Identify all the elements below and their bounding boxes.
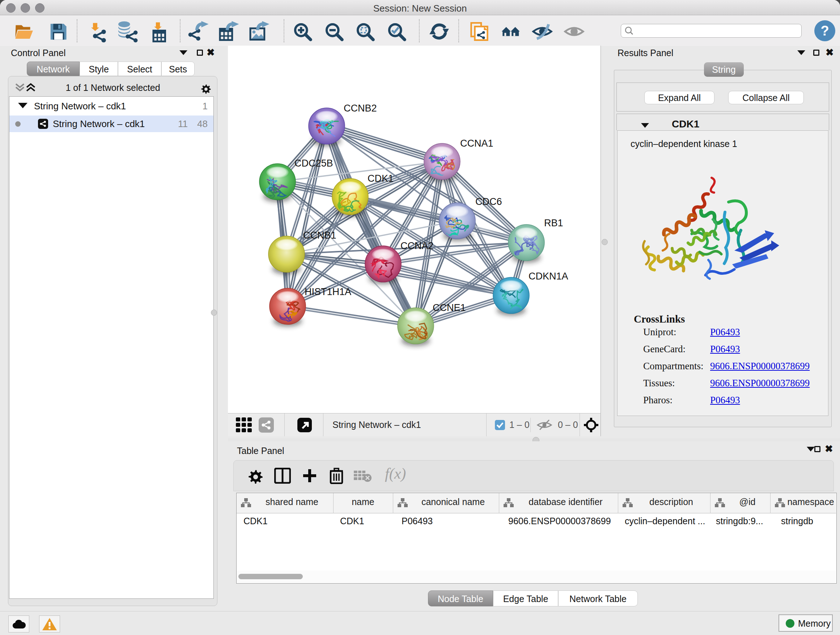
svg-text:CCNA2: CCNA2 [401,241,434,251]
svg-text:CDC25B: CDC25B [294,158,333,169]
svg-text:RB1: RB1 [544,218,563,228]
svg-text:CCNE1: CCNE1 [433,302,466,313]
svg-text:?: ? [821,23,829,38]
svg-text:CDC6: CDC6 [475,196,502,207]
svg-text:CCNB1: CCNB1 [303,230,336,241]
svg-text:CCNA1: CCNA1 [460,138,493,149]
svg-text:CCNB2: CCNB2 [344,103,377,114]
svg-text:CDKN1A: CDKN1A [529,271,568,282]
svg-text:CDK1: CDK1 [368,173,393,184]
svg-text:HIST1H1A: HIST1H1A [305,287,351,297]
